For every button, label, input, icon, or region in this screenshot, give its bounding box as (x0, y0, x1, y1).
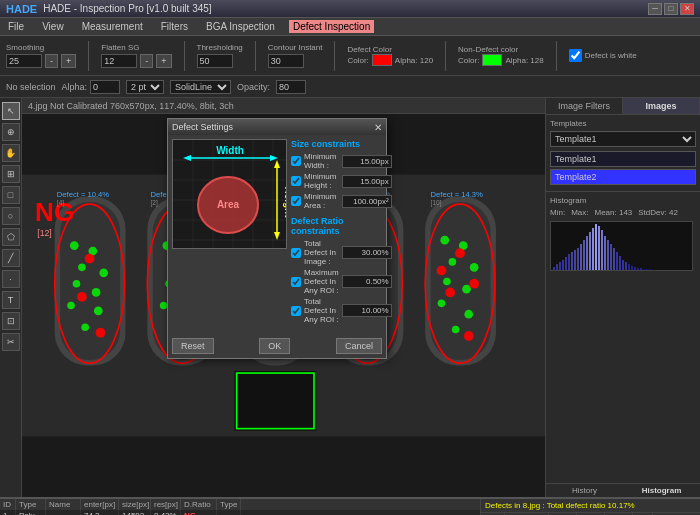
xray-canvas[interactable]: Defect Settings ✕ (22, 114, 545, 497)
flatten-minus[interactable]: - (140, 54, 153, 68)
svg-point-104 (462, 285, 471, 294)
svg-point-50 (81, 323, 89, 331)
close-button[interactable]: ✕ (680, 3, 694, 15)
total-defect-image-input[interactable] (342, 246, 392, 259)
tool-line[interactable]: ╱ (2, 249, 20, 267)
tool-roi[interactable]: ⊡ (2, 312, 20, 330)
min-area-cb[interactable] (291, 196, 301, 206)
flatten-plus[interactable]: + (156, 54, 171, 68)
menu-bga-inspection[interactable]: BGA Inspection (202, 20, 279, 33)
dialog-ok-button[interactable]: OK (259, 338, 290, 354)
tab-images[interactable]: Images (623, 98, 700, 114)
flatten-label: Flatten SG (101, 43, 171, 52)
size-constraints-header: Size constraints (291, 139, 392, 149)
minimize-button[interactable]: ─ (648, 3, 662, 15)
threshold-input[interactable] (197, 54, 233, 68)
svg-rect-130 (601, 230, 603, 271)
pt-select[interactable]: 2 pt 1 pt 3 pt (126, 80, 164, 94)
svg-point-106 (464, 310, 473, 319)
menu-file[interactable]: File (4, 20, 28, 33)
tool-pan[interactable]: ✋ (2, 144, 20, 162)
svg-rect-138 (625, 262, 627, 271)
flatten-input[interactable] (101, 54, 137, 68)
app-title: HADE - Inspection Pro [v1.0 built 345] (43, 3, 211, 14)
menu-defect-inspection[interactable]: Defect Inspection (289, 20, 374, 33)
svg-rect-116 (559, 262, 561, 271)
total-defect-roi-cb[interactable] (291, 306, 301, 316)
svg-point-46 (73, 280, 81, 288)
line-style-select[interactable]: SolidLine DashLine (170, 80, 231, 94)
templates-label: Templates (550, 119, 696, 128)
defect-color-color-label: Color: (347, 56, 368, 65)
alpha-label: Alpha: (62, 82, 88, 92)
smoothing-plus[interactable]: + (61, 54, 76, 68)
hist-mean: Mean: 143 (594, 208, 632, 217)
menu-filters[interactable]: Filters (157, 20, 192, 33)
defect-is-white-cb[interactable] (569, 49, 582, 62)
tab-histogram[interactable]: Histogram (623, 484, 700, 497)
menu-measurement[interactable]: Measurement (78, 20, 147, 33)
template1-item[interactable]: Template1 (550, 151, 696, 167)
app-logo: HADE (6, 3, 37, 15)
svg-rect-122 (577, 248, 579, 271)
dialog-preview-image: Width Height Area (172, 139, 287, 249)
min-width-input[interactable] (342, 155, 392, 168)
table-row: 1 Poly... 74.2... 14592 8.43% NG (0, 510, 480, 515)
svg-rect-133 (610, 244, 612, 271)
min-width-cb[interactable] (291, 156, 301, 166)
min-height-input[interactable] (342, 175, 392, 188)
svg-point-103 (443, 278, 451, 286)
tool-select[interactable]: ↖ (2, 102, 20, 120)
tool-measure[interactable]: ⊞ (2, 165, 20, 183)
menu-view[interactable]: View (38, 20, 68, 33)
col-enter: enter[px] (81, 499, 119, 510)
tool-crop[interactable]: ✂ (2, 333, 20, 351)
total-defect-image-cb[interactable] (291, 248, 301, 258)
tool-text[interactable]: T (2, 291, 20, 309)
canvas-area[interactable]: 4.jpg Not Calibrated 760x570px, 117.40%,… (22, 98, 545, 497)
smoothing-input[interactable] (6, 54, 42, 68)
total-defect-roi-input[interactable] (342, 304, 392, 317)
smoothing-minus[interactable]: - (45, 54, 58, 68)
dialog-reset-button[interactable]: Reset (172, 338, 214, 354)
alpha-input[interactable] (90, 80, 120, 94)
max-defect-roi-input[interactable] (342, 275, 392, 288)
col-name: Name (46, 499, 81, 510)
defect-color-box[interactable] (372, 54, 392, 66)
tool-circle[interactable]: ○ (2, 207, 20, 225)
svg-rect-140 (631, 266, 633, 271)
min-height-cb[interactable] (291, 176, 301, 186)
svg-point-110 (464, 331, 474, 341)
min-area-input[interactable] (342, 195, 392, 208)
tool-zoom[interactable]: ⊕ (2, 123, 20, 141)
maximize-button[interactable]: □ (664, 3, 678, 15)
main-layout: ↖ ⊕ ✋ ⊞ □ ○ ⬠ ╱ · T ⊡ ✂ 4.jpg Not Calibr… (0, 98, 700, 497)
dialog-close-button[interactable]: ✕ (374, 122, 382, 133)
tool-rect[interactable]: □ (2, 186, 20, 204)
max-defect-roi-cb[interactable] (291, 277, 301, 287)
max-defect-roi-label: Maximum Defect In Any ROI : (304, 268, 339, 295)
svg-rect-131 (604, 236, 606, 271)
no-selection-label: No selection (6, 82, 56, 92)
svg-text:Height: Height (283, 186, 287, 218)
template-select[interactable]: Template1 (550, 131, 696, 147)
svg-rect-139 (628, 264, 630, 271)
svg-text:Defect = 10.4%: Defect = 10.4% (57, 190, 109, 199)
sep2 (184, 41, 185, 71)
opacity-input[interactable] (276, 80, 306, 94)
templates-section: Templates Template1 Template1 Template2 (546, 115, 700, 191)
svg-rect-145 (646, 269, 648, 271)
svg-point-53 (96, 328, 106, 338)
tool-poly[interactable]: ⬠ (2, 228, 20, 246)
svg-rect-142 (637, 268, 639, 271)
dialog-cancel-button[interactable]: Cancel (336, 338, 382, 354)
contour-input[interactable] (268, 54, 304, 68)
tab-image-filters[interactable]: Image Filters (546, 98, 623, 114)
tool-point[interactable]: · (2, 270, 20, 288)
template2-item[interactable]: Template2 (550, 169, 696, 185)
left-table-rows[interactable]: 1 Poly... 74.2... 14592 8.43% NG 2 Poly.… (0, 510, 480, 515)
svg-rect-126 (589, 232, 591, 271)
svg-point-107 (452, 326, 460, 334)
tab-history[interactable]: History (546, 484, 623, 497)
non-defect-color-box[interactable] (482, 54, 502, 66)
